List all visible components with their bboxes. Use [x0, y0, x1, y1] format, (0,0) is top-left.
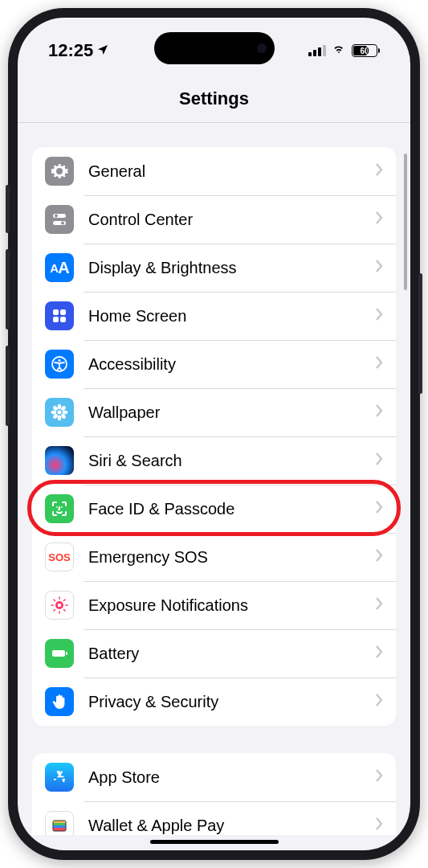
settings-group: General Control Center AA Display & Brig…	[32, 147, 396, 726]
chevron-right-icon	[375, 548, 383, 566]
siri-icon	[45, 446, 74, 475]
dynamic-island	[154, 32, 275, 64]
svg-rect-32	[66, 652, 67, 655]
svg-rect-34	[53, 823, 66, 825]
wallet-icon	[45, 811, 74, 835]
settings-group: App Store Wallet & Apple Pay	[32, 753, 396, 835]
svg-rect-4	[53, 309, 59, 315]
switches-icon	[45, 205, 74, 234]
chevron-right-icon	[375, 500, 383, 518]
svg-rect-31	[52, 650, 65, 657]
flower-icon	[45, 398, 74, 427]
svg-point-19	[56, 506, 58, 508]
svg-line-27	[64, 610, 66, 612]
row-label: App Store	[88, 768, 361, 787]
svg-point-12	[58, 416, 62, 421]
settings-row-privacy[interactable]: Privacy & Security	[32, 678, 396, 726]
battery-indicator: 60	[352, 44, 380, 57]
svg-rect-36	[53, 828, 66, 831]
chevron-right-icon	[375, 645, 383, 662]
row-label: Display & Brightness	[88, 259, 361, 277]
row-label: Privacy & Security	[88, 693, 361, 711]
home-indicator[interactable]	[150, 840, 279, 844]
row-label: Control Center	[88, 211, 361, 229]
chevron-right-icon	[375, 162, 383, 180]
scrollbar[interactable]	[404, 154, 407, 290]
text-size-icon: AA	[45, 253, 74, 282]
row-label: Wallpaper	[88, 403, 361, 422]
battery-icon	[45, 639, 74, 668]
phone-frame: 12:25 60 Settings	[8, 8, 420, 860]
grid-icon	[45, 301, 74, 330]
settings-row-control-center[interactable]: Control Center	[32, 195, 396, 244]
page-title: Settings	[18, 66, 410, 123]
appstore-icon	[45, 763, 74, 792]
volume-down-button	[6, 346, 10, 426]
ringer-switch	[6, 185, 10, 233]
chevron-right-icon	[375, 693, 383, 710]
row-label: Emergency SOS	[88, 548, 361, 567]
chevron-right-icon	[375, 355, 383, 373]
chevron-right-icon	[375, 596, 383, 614]
exposure-icon	[45, 591, 74, 620]
hand-icon	[45, 687, 74, 716]
svg-point-14	[63, 411, 68, 415]
row-label: Home Screen	[88, 307, 361, 326]
row-label: Exposure Notifications	[88, 596, 361, 615]
settings-row-battery[interactable]: Battery	[32, 629, 396, 678]
location-icon	[96, 40, 109, 61]
chevron-right-icon	[375, 817, 383, 834]
svg-point-2	[55, 215, 58, 218]
svg-line-28	[54, 610, 55, 612]
svg-point-10	[58, 411, 62, 415]
chevron-right-icon	[375, 307, 383, 325]
chevron-right-icon	[375, 259, 383, 276]
svg-point-30	[58, 604, 62, 608]
settings-row-general[interactable]: General	[32, 147, 396, 195]
chevron-right-icon	[375, 403, 383, 421]
svg-rect-6	[53, 317, 59, 322]
chevron-right-icon	[375, 211, 383, 228]
power-button	[418, 273, 422, 394]
settings-row-wallpaper[interactable]: Wallpaper	[32, 388, 396, 436]
status-time: 12:25	[48, 40, 93, 61]
svg-line-29	[64, 600, 66, 601]
faceid-icon	[45, 494, 74, 523]
chevron-right-icon	[375, 768, 383, 786]
cellular-signal-icon	[308, 45, 326, 56]
settings-row-exposure[interactable]: Exposure Notifications	[32, 581, 396, 629]
row-label: Accessibility	[88, 355, 361, 374]
row-label: Wallet & Apple Pay	[88, 817, 361, 835]
svg-point-9	[58, 359, 60, 362]
settings-row-home-screen[interactable]: Home Screen	[32, 292, 396, 340]
row-label: General	[88, 162, 361, 181]
settings-row-accessibility[interactable]: Accessibility	[32, 340, 396, 388]
settings-row-faceid[interactable]: Face ID & Passcode	[32, 485, 396, 533]
screen: 12:25 60 Settings	[18, 18, 410, 850]
svg-rect-7	[60, 317, 66, 322]
svg-point-11	[58, 404, 62, 410]
svg-line-26	[54, 600, 55, 601]
accessibility-icon	[45, 350, 74, 379]
settings-row-wallet[interactable]: Wallet & Apple Pay	[32, 801, 396, 835]
settings-list[interactable]: General Control Center AA Display & Brig…	[18, 123, 410, 835]
row-label: Face ID & Passcode	[88, 500, 361, 518]
svg-rect-5	[60, 309, 66, 315]
svg-point-13	[51, 411, 57, 415]
sos-icon: SOS	[45, 542, 74, 571]
settings-row-display[interactable]: AA Display & Brightness	[32, 244, 396, 292]
row-label: Battery	[88, 645, 361, 663]
chevron-right-icon	[375, 452, 383, 469]
svg-point-3	[61, 222, 64, 225]
wifi-icon	[331, 43, 347, 59]
settings-row-appstore[interactable]: App Store	[32, 753, 396, 801]
svg-point-20	[61, 506, 63, 508]
settings-row-siri[interactable]: Siri & Search	[32, 436, 396, 485]
settings-row-sos[interactable]: SOS Emergency SOS	[32, 533, 396, 581]
row-label: Siri & Search	[88, 452, 361, 470]
volume-up-button	[6, 249, 10, 330]
gear-icon	[45, 157, 74, 186]
svg-rect-35	[53, 825, 66, 828]
